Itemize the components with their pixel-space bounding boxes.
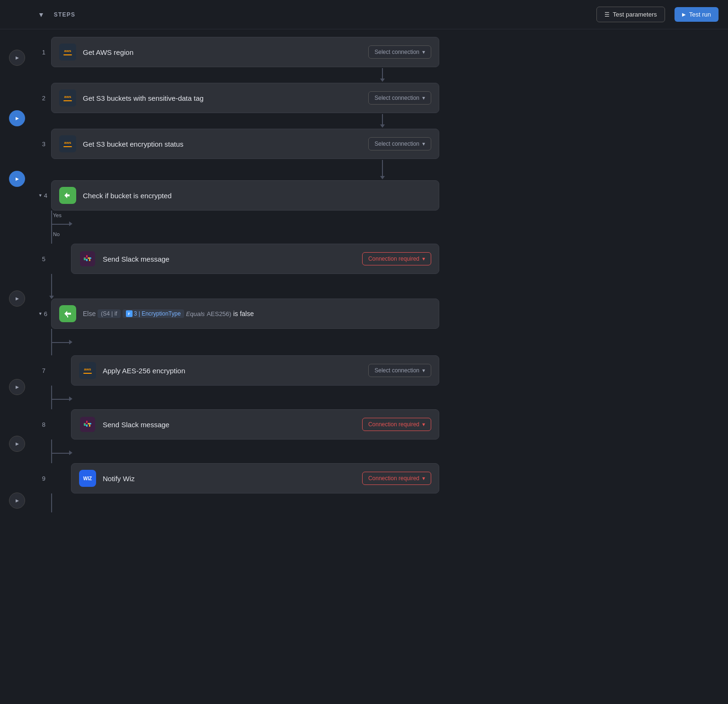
step-6-number: ▼ 6: [34, 310, 51, 317]
step-5-card[interactable]: Send Slack message Connection required ▾: [71, 244, 439, 274]
step-6-title: Else (S4 | if F 3 | EncryptionType Equal…: [83, 309, 431, 318]
svg-rect-17: [89, 424, 90, 427]
step-5-title: Send Slack message: [103, 255, 355, 263]
step-2-play-spacer: ▶: [9, 101, 25, 135]
svg-rect-16: [84, 423, 85, 425]
branch-4-area: Yes No: [51, 211, 714, 244]
step-9-number: 9: [34, 475, 51, 482]
connector-8-9: [51, 440, 714, 463]
connector-6-7: [51, 329, 714, 355]
step-9-connection-btn[interactable]: Connection required ▾: [362, 472, 431, 485]
step-5-row: 5: [34, 244, 714, 274]
step-7-icon: aws: [79, 362, 96, 379]
step-8-row: 8 Send Slack message: [34, 409, 714, 440]
step-2-play-button[interactable]: ▶: [9, 110, 25, 126]
play-icon: ▶: [682, 12, 686, 17]
step-2-icon: aws: [59, 89, 76, 106]
step-3-title: Get S3 bucket encryption status: [83, 140, 362, 148]
test-parameters-button[interactable]: ☰ Test parameters: [596, 7, 665, 22]
step-2-card[interactable]: aws Get S3 buckets with sensitive-data t…: [51, 83, 439, 113]
connector-7-8: [51, 386, 714, 409]
chevron-down-icon: ▾: [422, 255, 425, 262]
svg-rect-12: [86, 421, 88, 423]
step-3-connection-btn[interactable]: Select connection ▾: [368, 137, 431, 150]
step-5-play-button[interactable]: ▶: [9, 290, 25, 307]
chevron-down-icon: ▾: [422, 49, 425, 55]
step-7-connection-btn[interactable]: Select connection ▾: [368, 364, 431, 377]
svg-rect-0: [80, 251, 95, 266]
step-8-play-button[interactable]: ▶: [9, 436, 25, 452]
step-2-row: 2 aws Get S3 buckets with sensitive-data…: [34, 83, 714, 113]
step-4-icon: [59, 187, 76, 204]
step-3-row: 3 aws Get S3 bucket encryption status Se…: [34, 129, 714, 159]
step-4-number: ▼ 4: [34, 192, 51, 199]
slack-icon-2-svg: [80, 417, 95, 432]
step-7-card[interactable]: aws Apply AES-256 encryption Select conn…: [71, 355, 439, 386]
step-3-number: 3: [34, 141, 51, 148]
main-layout: ▶ ▶ ▶ ▶ ▶ ▶: [0, 29, 728, 701]
step-1-card[interactable]: aws Get AWS region Select connection ▾: [51, 37, 439, 67]
chevron-down-icon: ▾: [422, 421, 425, 428]
expand-arrow-icon: ▼: [38, 311, 43, 316]
expand-arrow-icon: ▼: [38, 193, 43, 198]
connector-1-2: [51, 67, 714, 83]
steps-label: STEPS: [54, 11, 75, 18]
step-6-card[interactable]: Else (S4 | if F 3 | EncryptionType Equal…: [51, 299, 439, 329]
chevron-down-icon: ▾: [422, 141, 425, 147]
svg-rect-10: [80, 417, 95, 432]
connector-2-3: [51, 113, 714, 129]
svg-rect-3: [86, 259, 88, 261]
step-6-icon: [59, 305, 76, 322]
step-5-icon: [79, 250, 96, 267]
step-8-card[interactable]: Send Slack message Connection required ▾: [71, 409, 439, 440]
list-icon: ☰: [604, 11, 610, 18]
step-2-title: Get S3 buckets with sensitive-data tag: [83, 94, 362, 102]
step-4-row: ▼ 4 Check if bucket is encrypted: [34, 180, 714, 211]
step-5-number: 5: [34, 255, 51, 263]
step-9-title: Notify Wiz: [103, 475, 355, 483]
step-8-icon: [79, 416, 96, 433]
step-9-row: 9 WIZ Notify Wiz Connection required ▾: [34, 463, 714, 493]
svg-rect-9: [67, 316, 68, 317]
step-1-title: Get AWS region: [83, 48, 362, 56]
step-8-number: 8: [34, 421, 51, 428]
step-3-card[interactable]: aws Get S3 bucket encryption status Sele…: [51, 129, 439, 159]
svg-rect-18: [88, 423, 90, 424]
step-7-play-spacer: ▶: [9, 359, 25, 415]
step-2-connection-btn[interactable]: Select connection ▾: [368, 91, 431, 105]
down-arrow-icon: ▼: [38, 11, 44, 18]
step-8-connection-btn[interactable]: Connection required ▾: [362, 418, 431, 431]
step-1-connection-btn[interactable]: Select connection ▾: [368, 45, 431, 59]
chevron-down-icon: ▾: [422, 95, 425, 101]
else-icon-svg: [63, 309, 72, 318]
step-4-card[interactable]: Check if bucket is encrypted: [51, 180, 439, 211]
test-run-button[interactable]: ▶ Test run: [675, 7, 719, 22]
step-9-play-button[interactable]: ▶: [9, 493, 25, 509]
else-prefix: Else: [83, 310, 96, 317]
value-text: AES256): [207, 310, 231, 317]
step-5-play-spacer: ▶: [9, 273, 25, 325]
connector-9-end: [51, 493, 714, 512]
step-3-play-button[interactable]: ▶: [9, 171, 25, 187]
step-5-connection-btn[interactable]: Connection required ▾: [362, 252, 431, 265]
step-1-row: 1 aws Get AWS region Select connection ▾: [34, 37, 714, 67]
step-7-row: 7 aws Apply AES-256 encryption Select co…: [34, 355, 714, 386]
chevron-down-icon: ▾: [422, 367, 425, 374]
step-6-row: ▼ 6 Else (S4 | if F 3 | EncryptionType: [34, 299, 714, 329]
no-label: No: [53, 231, 60, 237]
left-controls: ▶ ▶ ▶ ▶ ▶ ▶: [0, 29, 34, 701]
var-icon: F: [126, 310, 133, 317]
step-3-play-spacer: ▶: [9, 162, 25, 196]
step-9-card[interactable]: WIZ Notify Wiz Connection required ▾: [71, 463, 439, 493]
connector-3-4: [51, 159, 714, 180]
step-7-number: 7: [34, 367, 51, 374]
slack-icon-svg: [80, 251, 95, 266]
steps-content: 1 aws Get AWS region Select connection ▾…: [34, 29, 728, 701]
chevron-down-icon: ▾: [422, 475, 425, 482]
step-7-play-button[interactable]: ▶: [9, 379, 25, 395]
header: ▼ STEPS ☰ Test parameters ▶ Test run: [0, 0, 728, 29]
svg-rect-13: [86, 424, 88, 427]
step-1-number: 1: [34, 49, 51, 56]
is-false-text: is false: [233, 310, 254, 317]
step-1-play-button[interactable]: ▶: [9, 50, 25, 66]
